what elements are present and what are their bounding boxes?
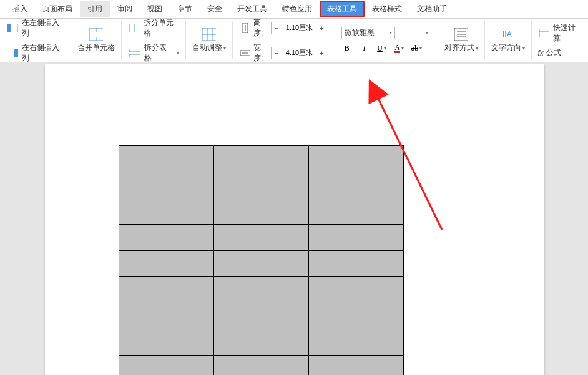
tab-security[interactable]: 安全 bbox=[200, 1, 230, 17]
chevron-down-icon: ▾ bbox=[419, 46, 422, 51]
width-value[interactable]: 4.10厘米 bbox=[283, 48, 316, 57]
align-button[interactable]: 对齐方式▾ bbox=[438, 21, 485, 59]
table-cell[interactable] bbox=[309, 251, 404, 277]
insert-right-label: 在右侧插入列 bbox=[22, 42, 64, 64]
chevron-down-icon: ▾ bbox=[522, 46, 525, 51]
table-row[interactable] bbox=[119, 277, 404, 303]
table-cell[interactable] bbox=[214, 251, 309, 277]
tab-review[interactable]: 审阅 bbox=[110, 1, 140, 17]
tab-bar: 插入 页面布局 引用 审阅 视图 章节 安全 开发工具 特色应用 表格工具 表格… bbox=[0, 0, 588, 19]
table-cell[interactable] bbox=[119, 146, 214, 172]
highlight-button[interactable]: ab▾ bbox=[411, 43, 423, 54]
table-row[interactable] bbox=[119, 225, 404, 251]
table-cell[interactable] bbox=[119, 251, 214, 277]
tab-page-layout[interactable]: 页面布局 bbox=[35, 1, 80, 17]
svg-rect-1 bbox=[7, 24, 11, 32]
height-increase[interactable]: + bbox=[316, 24, 328, 32]
insert-right-icon bbox=[6, 46, 19, 60]
split-cells-button[interactable]: 拆分单元格 bbox=[128, 17, 179, 39]
table-cell[interactable] bbox=[309, 303, 404, 329]
width-increase[interactable]: + bbox=[316, 49, 328, 57]
tab-insert[interactable]: 插入 bbox=[5, 1, 35, 17]
table-cell[interactable] bbox=[119, 356, 214, 376]
quick-calc-button[interactable]: 快速计算 bbox=[538, 22, 582, 44]
merge-cells-button[interactable]: 合并单元格 bbox=[71, 21, 122, 59]
table-cell[interactable] bbox=[214, 146, 309, 172]
document-table[interactable] bbox=[119, 145, 404, 375]
svg-rect-4 bbox=[89, 28, 103, 41]
chevron-down-icon: ▾ bbox=[390, 30, 392, 36]
table-row[interactable] bbox=[119, 356, 404, 376]
table-row[interactable] bbox=[119, 172, 404, 198]
group-split: 拆分单元格 拆分表格 ▾ bbox=[122, 21, 186, 59]
table-row[interactable] bbox=[119, 198, 404, 225]
split-table-icon bbox=[128, 46, 141, 60]
table-row[interactable] bbox=[119, 251, 404, 277]
insert-left-icon bbox=[6, 21, 19, 35]
table-cell[interactable] bbox=[309, 146, 404, 172]
table-cell[interactable] bbox=[214, 356, 309, 376]
chevron-down-icon: ▾ bbox=[384, 46, 386, 51]
chevron-down-icon: ▾ bbox=[177, 50, 179, 56]
split-table-button[interactable]: 拆分表格 ▾ bbox=[128, 42, 179, 64]
table-cell[interactable] bbox=[309, 198, 404, 225]
table-cell[interactable] bbox=[309, 329, 404, 356]
tab-dev-tools[interactable]: 开发工具 bbox=[230, 1, 275, 17]
table-cell[interactable] bbox=[119, 277, 214, 303]
table-cell[interactable] bbox=[214, 198, 309, 225]
table-row[interactable] bbox=[119, 329, 404, 356]
group-size: 高度: − 1.10厘米 + 宽度: − 4.10厘米 + bbox=[233, 21, 335, 59]
document-canvas[interactable] bbox=[0, 62, 588, 375]
height-value[interactable]: 1.10厘米 bbox=[283, 23, 316, 32]
insert-left-label: 在左侧插入列 bbox=[22, 17, 64, 39]
table-cell[interactable] bbox=[309, 172, 404, 198]
merge-cells-icon bbox=[89, 27, 103, 41]
height-decrease[interactable]: − bbox=[272, 24, 283, 32]
width-row: 宽度: − 4.10厘米 + bbox=[239, 42, 328, 64]
font-name-value: 微软雅黑 bbox=[345, 27, 375, 38]
table-cell[interactable] bbox=[309, 225, 404, 251]
table-cell[interactable] bbox=[119, 198, 214, 225]
tab-reference[interactable]: 引用 bbox=[80, 1, 110, 17]
width-decrease[interactable]: − bbox=[272, 49, 283, 57]
table-row[interactable] bbox=[119, 303, 404, 329]
font-name-select[interactable]: 微软雅黑 ▾ bbox=[341, 27, 395, 39]
height-label: 高度: bbox=[253, 17, 268, 39]
underline-button[interactable]: U▾ bbox=[376, 43, 388, 54]
align-label: 对齐方式 bbox=[444, 43, 474, 52]
bold-button[interactable]: B bbox=[341, 43, 353, 54]
table-cell[interactable] bbox=[214, 172, 309, 198]
table-cell[interactable] bbox=[214, 225, 309, 251]
table-cell[interactable] bbox=[119, 172, 214, 198]
width-spinner[interactable]: − 4.10厘米 + bbox=[271, 47, 328, 59]
insert-right-button[interactable]: 在右侧插入列 bbox=[6, 42, 64, 64]
tab-doc-assistant[interactable]: 文档助手 bbox=[409, 1, 454, 17]
tab-table-tools[interactable]: 表格工具 bbox=[320, 1, 365, 17]
width-icon bbox=[239, 46, 251, 60]
height-spinner[interactable]: − 1.10厘米 + bbox=[271, 22, 328, 34]
font-color-button[interactable]: A▾ bbox=[394, 43, 405, 54]
table-row[interactable] bbox=[119, 146, 404, 172]
insert-left-button[interactable]: 在左侧插入列 bbox=[6, 17, 64, 39]
formula-button[interactable]: fx 公式 bbox=[538, 47, 582, 58]
tab-table-style[interactable]: 表格样式 bbox=[365, 1, 409, 17]
table-cell[interactable] bbox=[309, 356, 404, 376]
table-cell[interactable] bbox=[214, 303, 309, 329]
tab-view[interactable]: 视图 bbox=[140, 1, 170, 17]
table-cell[interactable] bbox=[214, 277, 309, 303]
auto-adjust-button[interactable]: 自动调整▾ bbox=[186, 21, 233, 59]
chevron-down-icon: ▾ bbox=[476, 46, 478, 51]
table-cell[interactable] bbox=[119, 225, 214, 251]
tab-chapter[interactable]: 章节 bbox=[170, 1, 200, 17]
table-cell[interactable] bbox=[119, 329, 214, 356]
tab-special-app[interactable]: 特色应用 bbox=[275, 1, 320, 17]
table-cell[interactable] bbox=[309, 277, 404, 303]
text-direction-button[interactable]: IIA 文字方向▾ bbox=[485, 21, 532, 59]
merge-cells-label: 合并单元格 bbox=[77, 42, 115, 53]
font-size-select[interactable]: ▾ bbox=[398, 27, 431, 39]
table-cell[interactable] bbox=[119, 303, 214, 329]
table-cell[interactable] bbox=[214, 329, 309, 356]
italic-button[interactable]: I bbox=[359, 43, 370, 54]
text-direction-label: 文字方向 bbox=[491, 43, 521, 52]
svg-rect-22 bbox=[539, 29, 549, 37]
